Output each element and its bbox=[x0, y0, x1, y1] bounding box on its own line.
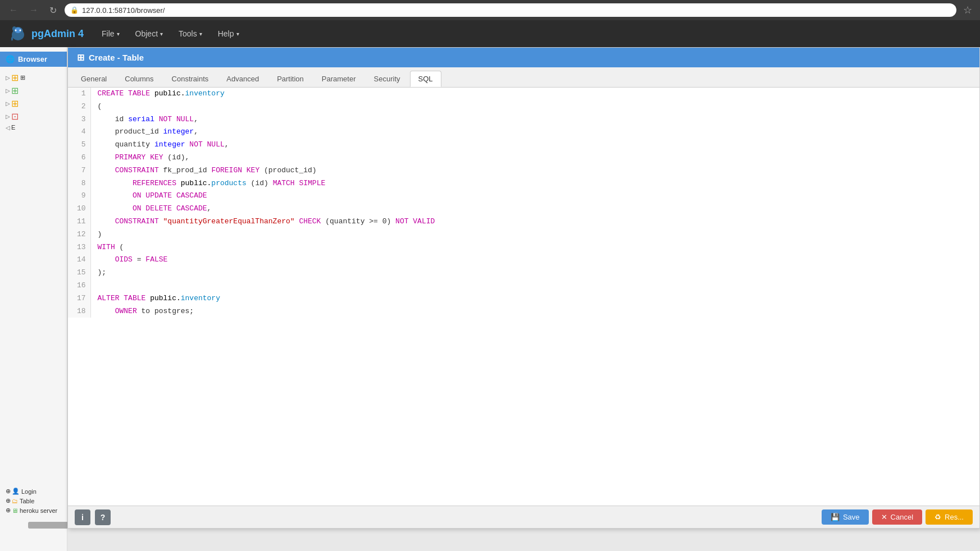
url-text: 127.0.0.1:58710/browser/ bbox=[82, 6, 165, 15]
table-row: 8 REFERENCES public.products (id) MATCH … bbox=[68, 177, 979, 190]
sidebar-header: 🌐 Browser bbox=[0, 52, 67, 67]
tab-parameter-label: Parameter bbox=[322, 75, 356, 83]
line-code-5: quantity integer NOT NULL, bbox=[90, 139, 979, 151]
tools-menu-arrow: ▾ bbox=[199, 31, 202, 37]
info-button[interactable]: i bbox=[75, 509, 90, 525]
main-layout: 🌐 Browser ▷ ⊞ ⊞ ▷ ⊞ ▷ ⊞ ▷ bbox=[0, 47, 980, 551]
line-code-13: WITH ( bbox=[90, 241, 979, 254]
sidebar-node-3[interactable]: ▷ ⊞ bbox=[3, 97, 63, 110]
elephant-icon bbox=[9, 25, 27, 43]
tools-menu[interactable]: Tools ▾ bbox=[172, 26, 209, 42]
line-num-9: 9 bbox=[68, 190, 90, 203]
tab-security[interactable]: Security bbox=[366, 71, 409, 87]
browser-chrome: ← → ↻ 🔒 127.0.0.1:58710/browser/ ☆ bbox=[0, 0, 980, 20]
reload-button[interactable]: ↻ bbox=[46, 3, 60, 18]
help-menu-label: Help bbox=[218, 29, 234, 38]
expand-icon-5: ◁ bbox=[6, 125, 10, 131]
info-icon: i bbox=[81, 513, 84, 522]
line-num-12: 12 bbox=[68, 228, 90, 241]
tab-constraints[interactable]: Constraints bbox=[163, 71, 217, 87]
table-label: Table bbox=[20, 498, 34, 504]
cancel-button[interactable]: ✕ Cancel bbox=[872, 509, 922, 525]
line-code-8: REFERENCES public.products (id) MATCH SI… bbox=[90, 177, 979, 190]
object-menu[interactable]: Object ▾ bbox=[129, 26, 170, 42]
node-label-1: ⊞ bbox=[20, 74, 25, 81]
sidebar-lower: ⊕ 👤 Login ⊕ 🗂 Table ⊕ 🖥 heroku server bbox=[0, 484, 67, 517]
table-row: 10 ON DELETE CASCADE, bbox=[68, 203, 979, 215]
back-button[interactable]: ← bbox=[6, 3, 21, 17]
tab-advanced-label: Advanced bbox=[226, 75, 259, 83]
browser-label: Browser bbox=[18, 55, 47, 63]
tab-constraints-label: Constraints bbox=[172, 75, 209, 83]
code-table: 1 CREATE TABLE public.inventory 2 ( 3 id… bbox=[68, 88, 979, 318]
sidebar: 🌐 Browser ▷ ⊞ ⊞ ▷ ⊞ ▷ ⊞ ▷ bbox=[0, 47, 67, 551]
pgadmin-title: pgAdmin 4 bbox=[31, 28, 84, 40]
file-menu[interactable]: File ▾ bbox=[95, 26, 126, 42]
dialog-area: ⊞ Create - Table General Columns Constra… bbox=[67, 47, 980, 551]
login-label: Login bbox=[21, 488, 37, 495]
line-num-7: 7 bbox=[68, 164, 90, 177]
line-code-17: ALTER TABLE public.inventory bbox=[90, 292, 979, 305]
sidebar-expand-table: ⊕ bbox=[6, 497, 11, 504]
tab-general-label: General bbox=[81, 75, 107, 83]
line-num-13: 13 bbox=[68, 241, 90, 254]
forward-button[interactable]: → bbox=[26, 3, 42, 17]
line-num-2: 2 bbox=[68, 100, 90, 113]
action-buttons: 💾 Save ✕ Cancel ♻ Res... bbox=[822, 509, 973, 525]
sidebar-server-node[interactable]: ⊕ 🖥 heroku server bbox=[2, 506, 65, 515]
line-num-5: 5 bbox=[68, 139, 90, 151]
node-icon-3: ⊞ bbox=[11, 98, 19, 109]
line-code-15: ); bbox=[90, 267, 979, 279]
save-button[interactable]: 💾 Save bbox=[822, 509, 869, 525]
tab-sql[interactable]: SQL bbox=[410, 71, 441, 87]
sidebar-login-node[interactable]: ⊕ 👤 Login bbox=[2, 486, 65, 496]
tab-columns[interactable]: Columns bbox=[116, 71, 162, 87]
sidebar-table-node[interactable]: ⊕ 🗂 Table bbox=[2, 496, 65, 506]
svg-point-5 bbox=[20, 30, 21, 31]
line-num-11: 11 bbox=[68, 215, 90, 228]
sidebar-node-4[interactable]: ▷ ⊡ bbox=[3, 110, 63, 123]
node-icon-4: ⊡ bbox=[11, 111, 19, 122]
line-num-18: 18 bbox=[68, 305, 90, 318]
cancel-label: Cancel bbox=[891, 513, 913, 521]
table-header-icon: ⊞ bbox=[77, 52, 84, 63]
table-row: 17 ALTER TABLE public.inventory bbox=[68, 292, 979, 305]
line-code-4: product_id integer, bbox=[90, 126, 979, 139]
sql-editor[interactable]: 1 CREATE TABLE public.inventory 2 ( 3 id… bbox=[68, 88, 979, 506]
line-code-2: ( bbox=[90, 100, 979, 113]
line-num-14: 14 bbox=[68, 254, 90, 267]
dialog-header: ⊞ Create - Table bbox=[68, 48, 979, 67]
line-num-8: 8 bbox=[68, 177, 90, 190]
sidebar-scrollbar[interactable] bbox=[28, 522, 67, 529]
node-icon-5: E bbox=[11, 124, 15, 131]
pgadmin-toolbar: pgAdmin 4 File ▾ Object ▾ Tools ▾ Help ▾ bbox=[0, 20, 980, 47]
table-row: 15 ); bbox=[68, 267, 979, 279]
expand-icon-3: ▷ bbox=[6, 100, 10, 107]
tab-general[interactable]: General bbox=[72, 71, 115, 87]
tab-partition[interactable]: Partition bbox=[268, 71, 312, 87]
node-icon-2: ⊞ bbox=[11, 85, 19, 96]
sidebar-node-2[interactable]: ▷ ⊞ bbox=[3, 84, 63, 97]
svg-point-4 bbox=[15, 30, 17, 31]
sidebar-tree: ▷ ⊞ ⊞ ▷ ⊞ ▷ ⊞ ▷ ⊡ ◁ E bbox=[0, 67, 67, 136]
table-row: 14 OIDS = FALSE bbox=[68, 254, 979, 267]
table-row: 1 CREATE TABLE public.inventory bbox=[68, 88, 979, 100]
help-menu[interactable]: Help ▾ bbox=[211, 26, 246, 42]
line-num-3: 3 bbox=[68, 113, 90, 126]
help-icon: ? bbox=[101, 513, 106, 522]
help-menu-arrow: ▾ bbox=[236, 31, 239, 37]
bookmark-button[interactable]: ☆ bbox=[961, 2, 974, 19]
sidebar-node-5[interactable]: ◁ E bbox=[3, 123, 63, 132]
table-row: 18 OWNER to postgres; bbox=[68, 305, 979, 318]
reset-button[interactable]: ♻ Res... bbox=[926, 509, 973, 525]
line-code-6: PRIMARY KEY (id), bbox=[90, 151, 979, 164]
pgadmin-logo: pgAdmin 4 bbox=[9, 25, 84, 43]
tab-parameter[interactable]: Parameter bbox=[313, 71, 364, 87]
sidebar-node-1[interactable]: ▷ ⊞ ⊞ bbox=[3, 71, 63, 84]
tab-partition-label: Partition bbox=[277, 75, 304, 83]
address-bar[interactable]: 🔒 127.0.0.1:58710/browser/ bbox=[65, 3, 956, 17]
help-button[interactable]: ? bbox=[95, 509, 111, 525]
tab-advanced[interactable]: Advanced bbox=[218, 71, 267, 87]
lock-icon: 🔒 bbox=[70, 6, 79, 14]
table-row: 13 WITH ( bbox=[68, 241, 979, 254]
